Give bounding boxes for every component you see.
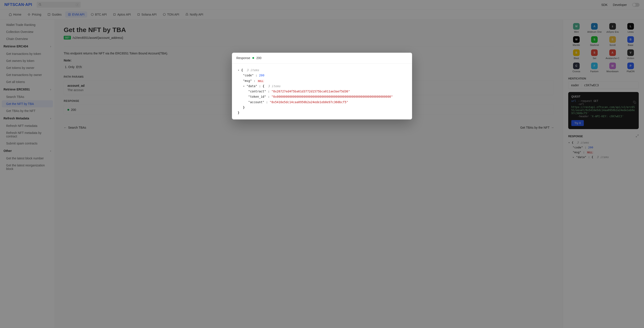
response-modal: Response 200 ▾ { 3 items "code" : 200 "m… bbox=[232, 53, 412, 119]
status-dot-icon bbox=[252, 57, 254, 59]
modal-status: 200 bbox=[256, 56, 262, 60]
modal-label: Response bbox=[236, 56, 250, 60]
caret-down-icon[interactable]: ▾ bbox=[238, 68, 240, 72]
modal-json-tree[interactable]: ▾ { 3 items "code" : 200 "msg" : NULL ▾ … bbox=[232, 63, 412, 119]
modal-overlay[interactable]: Response 200 ▾ { 3 items "code" : 200 "m… bbox=[0, 0, 644, 328]
caret-down-icon[interactable]: ▾ bbox=[243, 84, 245, 88]
